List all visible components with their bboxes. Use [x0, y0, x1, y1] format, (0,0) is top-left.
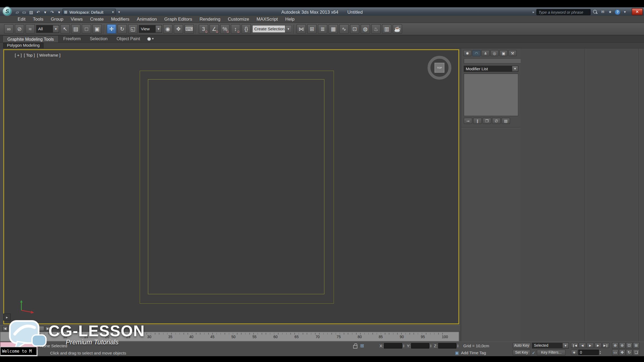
reference-coordinate-dropdown[interactable]: View ▾ — [139, 25, 162, 33]
communication-center-icon[interactable]: ✉ — [600, 9, 605, 14]
menu-group[interactable]: Group — [47, 15, 67, 23]
menu-customize[interactable]: Customize — [224, 15, 253, 23]
x-coordinate-field[interactable] — [384, 343, 402, 349]
menu-maxscript[interactable]: MAXScript — [253, 15, 281, 23]
select-and-scale-icon[interactable]: ◱ — [128, 24, 138, 34]
z-coordinate-field[interactable] — [438, 343, 456, 349]
select-and-rotate-icon[interactable]: ↻ — [118, 24, 127, 34]
spinner-snap-icon[interactable]: ↕Ω — [231, 24, 240, 34]
modifier-stack-list[interactable] — [464, 73, 518, 116]
application-menu-button[interactable]: S — [2, 6, 12, 16]
ribbon-display-dropdown[interactable]: ▾ — [145, 35, 156, 42]
selection-lock-icon[interactable] — [353, 345, 357, 348]
menu-modifiers[interactable]: Modifiers — [107, 15, 133, 23]
key-filters-button[interactable]: Key Filters... — [537, 350, 566, 355]
mini-curve-editor-button[interactable]: ▸ — [3, 313, 11, 320]
show-end-result-button[interactable]: ∥ — [473, 118, 482, 124]
go-to-end-button[interactable]: ▶❙ — [602, 343, 610, 348]
menu-views[interactable]: Views — [67, 15, 86, 23]
command-tab-hierarchy[interactable]: ⋔ — [481, 50, 490, 56]
select-and-link-icon[interactable]: ∞ — [4, 24, 13, 34]
rectangular-selection-region-icon[interactable]: □ — [82, 24, 91, 34]
menu-edit[interactable]: Edit — [14, 15, 29, 23]
rendered-frame-window-icon[interactable]: ▥ — [382, 24, 391, 34]
layer-manager-icon[interactable]: ≣ — [318, 24, 327, 34]
viewcube-face[interactable]: TOP — [434, 63, 444, 73]
selected-set-dropdown[interactable]: Selected ▾ — [532, 343, 569, 348]
key-mode-toggle-button[interactable]: ◈ — [571, 350, 577, 355]
pan-button[interactable]: ✥ — [619, 349, 625, 356]
y-spinner[interactable]: ▴▾ — [430, 344, 431, 348]
search-input[interactable] — [536, 9, 591, 15]
help-menu-icon[interactable]: ▾ — [622, 9, 628, 14]
close-button[interactable]: ✕ — [632, 8, 643, 15]
graphite-ribbon-toggle-icon[interactable]: ▦ — [328, 24, 338, 34]
previous-frame-button[interactable]: ◀ — [579, 343, 586, 348]
selection-filter-dropdown[interactable]: All ▾ — [36, 25, 59, 33]
zoom-all-button[interactable]: ⊛ — [619, 342, 625, 349]
angle-snap-icon[interactable]: ∠Ω — [210, 24, 219, 34]
set-key-button[interactable]: Set Key — [513, 350, 530, 355]
select-object-icon[interactable]: ↖ — [60, 24, 70, 34]
pin-stack-button[interactable]: ⊸ — [464, 118, 472, 124]
use-pivot-point-center-icon[interactable]: ◉ — [163, 24, 173, 34]
open-file-icon[interactable]: ▭ — [21, 9, 27, 15]
track-bar[interactable]: 0510152025303540455055606570758085909510… — [0, 332, 459, 342]
ribbon-tab-freeform[interactable]: Freeform — [59, 35, 85, 42]
orbit-button[interactable]: ↻ — [626, 349, 632, 356]
time-tag-row[interactable]: ▣ Add Time Tag — [455, 350, 486, 355]
favorites-icon[interactable]: ★ — [608, 9, 613, 14]
menu-rendering[interactable]: Rendering — [196, 15, 224, 23]
zoom-extents-button[interactable]: ⊡ — [626, 342, 632, 349]
command-tab-create[interactable]: ✱ — [463, 50, 472, 56]
edit-named-selection-sets-icon[interactable]: {} — [241, 24, 251, 34]
current-frame-field[interactable] — [578, 350, 599, 355]
workspace-menu-button[interactable]: ▾ — [117, 9, 122, 14]
absolute-mode-icon[interactable]: ⊞ — [360, 343, 364, 349]
render-production-icon[interactable]: ☕ — [393, 24, 402, 34]
save-file-icon[interactable]: ▤ — [28, 9, 34, 15]
search-icon[interactable] — [593, 9, 598, 14]
viewport-shading-menu[interactable]: [ Wireframe ] — [37, 53, 61, 57]
undo-menu-icon[interactable]: ▾ — [42, 9, 48, 15]
make-unique-button[interactable]: ❐ — [482, 118, 491, 124]
play-button[interactable]: ▶ — [587, 343, 594, 348]
infocenter-collapse-icon[interactable]: ▸ — [533, 10, 534, 14]
bind-to-space-warp-icon[interactable]: ≈ — [25, 24, 35, 34]
undo-icon[interactable]: ↶ — [35, 9, 41, 15]
select-and-move-icon[interactable]: ✛ — [107, 24, 116, 34]
set-key-check-icon[interactable]: ✓ — [532, 350, 535, 355]
maximize-viewport-button[interactable]: ❏ — [633, 349, 639, 356]
viewport-general-menu[interactable]: [ + ] — [15, 53, 22, 57]
command-tab-modify[interactable]: ◠ — [472, 50, 481, 56]
keyboard-shortcut-override-icon[interactable]: ⌨ — [184, 24, 194, 34]
percent-snap-icon[interactable]: %Ω — [220, 24, 229, 34]
time-slider[interactable]: ◀ 0 / 100 ▶ — [0, 325, 460, 331]
viewcube[interactable]: TOP — [427, 56, 451, 80]
menu-create[interactable]: Create — [86, 15, 107, 23]
named-selection-set-dropdown[interactable]: Create Selection Se ▾ — [252, 25, 292, 33]
select-and-manipulate-icon[interactable]: ✥ — [174, 24, 183, 34]
render-setup-icon[interactable]: ♨ — [371, 24, 381, 34]
y-coordinate-field[interactable] — [411, 343, 429, 349]
configure-modifier-sets-button[interactable]: ▤ — [502, 118, 510, 124]
menu-graph-editors[interactable]: Graph Editors — [160, 15, 196, 23]
command-tab-utilities[interactable]: ⚒ — [508, 50, 517, 56]
curve-editor-icon[interactable]: ∿ — [339, 24, 349, 34]
mirror-icon[interactable]: ⋈ — [297, 24, 306, 34]
viewport-top[interactable]: [ + ] [ Top ] [ Wireframe ] TOP — [3, 49, 459, 324]
align-icon[interactable]: ⊞ — [307, 24, 317, 34]
menu-help[interactable]: Help — [281, 15, 298, 23]
help-icon[interactable]: ? — [615, 9, 620, 14]
remove-modifier-button[interactable]: ∅ — [492, 118, 501, 124]
time-slider-handle[interactable]: 0 / 100 — [9, 326, 44, 331]
previous-frame-arrow[interactable]: ◀ — [2, 326, 8, 331]
object-name-field[interactable] — [464, 58, 521, 64]
viewport-pov-menu[interactable]: [ Top ] — [24, 53, 35, 57]
zoom-extents-all-button[interactable]: ⊞ — [633, 342, 639, 349]
snaps-toggle-icon[interactable]: 3Ω — [199, 24, 208, 34]
new-scene-icon[interactable]: ▱ — [14, 9, 20, 15]
modifier-list-dropdown[interactable]: Modifier List ▾ — [464, 66, 518, 72]
menu-animation[interactable]: Animation — [133, 15, 160, 23]
unlink-selection-icon[interactable]: ⊘ — [15, 24, 24, 34]
